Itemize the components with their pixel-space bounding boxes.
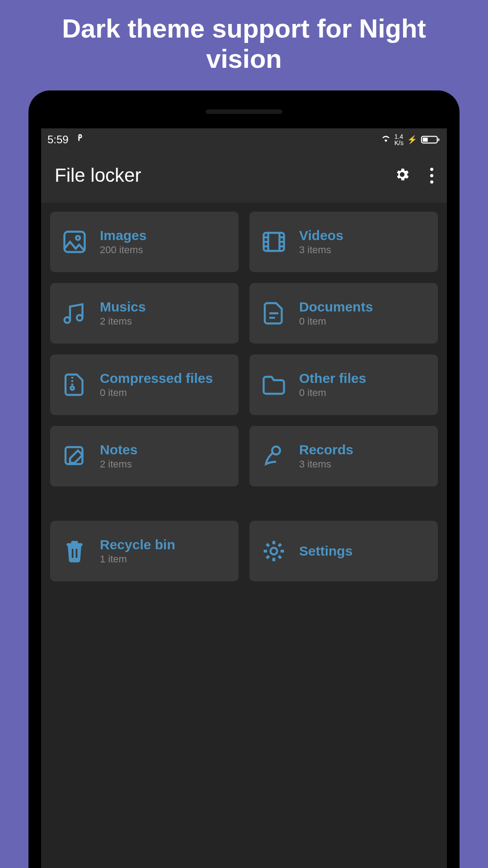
card-title: Videos <box>299 228 343 244</box>
charge-icon: ⚡ <box>407 135 417 145</box>
card-subtitle: 3 items <box>299 244 343 256</box>
svg-point-26 <box>271 548 277 555</box>
phone-screen: 5:59 1.4 K/s ⚡ File locker <box>41 128 447 868</box>
folder-icon <box>259 370 288 399</box>
content-area: Images 200 items Videos 3 items <box>41 203 447 868</box>
svg-rect-23 <box>71 541 78 544</box>
phone-speaker <box>206 109 282 114</box>
card-title: Images <box>100 228 146 244</box>
header-actions <box>394 166 437 184</box>
card-subtitle: 2 items <box>100 458 137 470</box>
card-compressed[interactable]: Compressed files 0 item <box>50 354 239 415</box>
battery-icon <box>421 134 441 145</box>
video-icon <box>259 227 288 256</box>
card-subtitle: 0 item <box>299 387 366 399</box>
promo-title: Dark theme support for Night vision <box>0 0 488 83</box>
svg-rect-25 <box>76 549 78 558</box>
gear-icon <box>259 537 288 566</box>
card-records[interactable]: Records 3 items <box>249 426 438 486</box>
card-subtitle: 0 item <box>100 387 213 399</box>
zip-icon <box>60 370 89 399</box>
note-edit-icon <box>60 442 89 471</box>
document-icon <box>259 299 288 328</box>
card-documents[interactable]: Documents 0 item <box>249 283 438 344</box>
card-images[interactable]: Images 200 items <box>50 212 239 272</box>
network-speed: 1.4 K/s <box>394 133 404 146</box>
card-recycle-bin[interactable]: Recycle bin 1 item <box>50 521 239 581</box>
card-notes[interactable]: Notes 2 items <box>50 426 239 486</box>
music-icon <box>60 299 89 328</box>
svg-point-21 <box>272 447 280 455</box>
card-title: Recycle bin <box>100 537 175 553</box>
card-settings[interactable]: Settings <box>249 521 438 581</box>
p-icon <box>75 133 85 146</box>
svg-rect-2 <box>423 137 428 142</box>
settings-gear-icon[interactable] <box>394 166 410 184</box>
status-bar: 5:59 1.4 K/s ⚡ <box>41 128 447 151</box>
app-title: File locker <box>55 165 141 186</box>
more-menu-icon[interactable] <box>427 168 437 184</box>
card-musics[interactable]: Musics 2 items <box>50 283 239 344</box>
card-subtitle: 1 item <box>100 553 175 565</box>
svg-point-19 <box>70 387 74 390</box>
app-header: File locker <box>41 151 447 203</box>
card-subtitle: 2 items <box>100 316 146 327</box>
card-subtitle: 0 item <box>299 316 373 327</box>
status-left: 5:59 <box>47 133 85 146</box>
svg-point-4 <box>76 236 80 240</box>
card-title: Notes <box>100 442 137 458</box>
card-title: Compressed files <box>100 371 213 387</box>
section-spacer <box>50 497 438 510</box>
svg-rect-1 <box>438 138 440 141</box>
card-title: Musics <box>100 299 146 315</box>
microphone-icon <box>259 442 288 471</box>
card-title: Other files <box>299 371 366 387</box>
card-title: Settings <box>299 543 352 559</box>
status-time: 5:59 <box>47 133 69 146</box>
card-title: Documents <box>299 299 373 315</box>
wifi-icon <box>381 133 391 146</box>
card-videos[interactable]: Videos 3 items <box>249 212 438 272</box>
system-grid: Recycle bin 1 item Settings <box>50 521 438 581</box>
image-icon <box>60 227 89 256</box>
svg-rect-24 <box>72 549 74 558</box>
svg-point-14 <box>65 317 70 323</box>
categories-grid: Images 200 items Videos 3 items <box>50 212 438 486</box>
card-subtitle: 3 items <box>299 458 353 470</box>
trash-icon <box>60 537 89 566</box>
svg-point-15 <box>77 315 83 321</box>
card-title: Records <box>299 442 353 458</box>
status-right: 1.4 K/s ⚡ <box>381 133 441 146</box>
card-subtitle: 200 items <box>100 244 146 256</box>
phone-frame: 5:59 1.4 K/s ⚡ File locker <box>28 90 460 868</box>
card-other-files[interactable]: Other files 0 item <box>249 354 438 415</box>
